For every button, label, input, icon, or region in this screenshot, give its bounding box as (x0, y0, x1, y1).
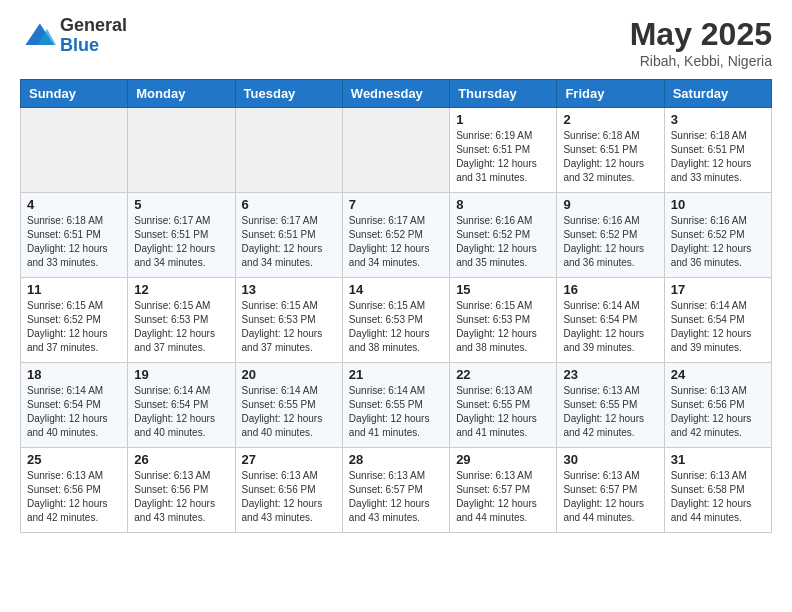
day-number: 6 (242, 197, 336, 212)
day-number: 20 (242, 367, 336, 382)
day-number: 12 (134, 282, 228, 297)
day-info: Sunrise: 6:14 AM Sunset: 6:54 PM Dayligh… (134, 384, 228, 440)
day-number: 3 (671, 112, 765, 127)
month-title: May 2025 (630, 16, 772, 53)
day-number: 15 (456, 282, 550, 297)
page: General Blue May 2025 Ribah, Kebbi, Nige… (0, 0, 792, 549)
day-number: 24 (671, 367, 765, 382)
logo: General Blue (20, 16, 127, 56)
calendar-table: SundayMondayTuesdayWednesdayThursdayFrid… (20, 79, 772, 533)
logo-icon (20, 18, 56, 54)
calendar-header-row: SundayMondayTuesdayWednesdayThursdayFrid… (21, 80, 772, 108)
day-info: Sunrise: 6:14 AM Sunset: 6:54 PM Dayligh… (671, 299, 765, 355)
calendar-day-cell: 14Sunrise: 6:15 AM Sunset: 6:53 PM Dayli… (342, 278, 449, 363)
calendar-day-cell: 24Sunrise: 6:13 AM Sunset: 6:56 PM Dayli… (664, 363, 771, 448)
calendar-day-cell (235, 108, 342, 193)
day-number: 17 (671, 282, 765, 297)
day-number: 31 (671, 452, 765, 467)
day-number: 19 (134, 367, 228, 382)
calendar-day-cell (128, 108, 235, 193)
calendar-day-cell: 5Sunrise: 6:17 AM Sunset: 6:51 PM Daylig… (128, 193, 235, 278)
calendar-day-cell: 10Sunrise: 6:16 AM Sunset: 6:52 PM Dayli… (664, 193, 771, 278)
day-number: 30 (563, 452, 657, 467)
calendar-day-cell: 6Sunrise: 6:17 AM Sunset: 6:51 PM Daylig… (235, 193, 342, 278)
calendar-day-cell: 12Sunrise: 6:15 AM Sunset: 6:53 PM Dayli… (128, 278, 235, 363)
calendar-day-cell: 19Sunrise: 6:14 AM Sunset: 6:54 PM Dayli… (128, 363, 235, 448)
day-info: Sunrise: 6:17 AM Sunset: 6:52 PM Dayligh… (349, 214, 443, 270)
day-info: Sunrise: 6:18 AM Sunset: 6:51 PM Dayligh… (671, 129, 765, 185)
calendar-day-cell: 4Sunrise: 6:18 AM Sunset: 6:51 PM Daylig… (21, 193, 128, 278)
day-number: 10 (671, 197, 765, 212)
day-number: 23 (563, 367, 657, 382)
day-info: Sunrise: 6:13 AM Sunset: 6:57 PM Dayligh… (349, 469, 443, 525)
header: General Blue May 2025 Ribah, Kebbi, Nige… (20, 16, 772, 69)
calendar-day-cell: 2Sunrise: 6:18 AM Sunset: 6:51 PM Daylig… (557, 108, 664, 193)
day-info: Sunrise: 6:15 AM Sunset: 6:52 PM Dayligh… (27, 299, 121, 355)
calendar-day-cell: 30Sunrise: 6:13 AM Sunset: 6:57 PM Dayli… (557, 448, 664, 533)
day-number: 28 (349, 452, 443, 467)
day-info: Sunrise: 6:18 AM Sunset: 6:51 PM Dayligh… (563, 129, 657, 185)
day-number: 14 (349, 282, 443, 297)
calendar-day-cell: 20Sunrise: 6:14 AM Sunset: 6:55 PM Dayli… (235, 363, 342, 448)
day-info: Sunrise: 6:13 AM Sunset: 6:57 PM Dayligh… (456, 469, 550, 525)
calendar-body: 1Sunrise: 6:19 AM Sunset: 6:51 PM Daylig… (21, 108, 772, 533)
calendar-day-cell: 16Sunrise: 6:14 AM Sunset: 6:54 PM Dayli… (557, 278, 664, 363)
calendar-day-cell: 26Sunrise: 6:13 AM Sunset: 6:56 PM Dayli… (128, 448, 235, 533)
day-info: Sunrise: 6:17 AM Sunset: 6:51 PM Dayligh… (134, 214, 228, 270)
day-number: 9 (563, 197, 657, 212)
calendar-day-cell: 31Sunrise: 6:13 AM Sunset: 6:58 PM Dayli… (664, 448, 771, 533)
day-info: Sunrise: 6:14 AM Sunset: 6:55 PM Dayligh… (349, 384, 443, 440)
calendar-day-cell: 3Sunrise: 6:18 AM Sunset: 6:51 PM Daylig… (664, 108, 771, 193)
day-info: Sunrise: 6:13 AM Sunset: 6:57 PM Dayligh… (563, 469, 657, 525)
day-info: Sunrise: 6:13 AM Sunset: 6:56 PM Dayligh… (27, 469, 121, 525)
calendar-day-cell (342, 108, 449, 193)
day-number: 18 (27, 367, 121, 382)
calendar-day-cell: 27Sunrise: 6:13 AM Sunset: 6:56 PM Dayli… (235, 448, 342, 533)
calendar-week-row: 18Sunrise: 6:14 AM Sunset: 6:54 PM Dayli… (21, 363, 772, 448)
day-info: Sunrise: 6:13 AM Sunset: 6:55 PM Dayligh… (456, 384, 550, 440)
day-info: Sunrise: 6:13 AM Sunset: 6:55 PM Dayligh… (563, 384, 657, 440)
calendar-day-cell: 23Sunrise: 6:13 AM Sunset: 6:55 PM Dayli… (557, 363, 664, 448)
calendar-day-cell: 17Sunrise: 6:14 AM Sunset: 6:54 PM Dayli… (664, 278, 771, 363)
logo-blue-text: Blue (60, 36, 127, 56)
calendar-day-cell: 22Sunrise: 6:13 AM Sunset: 6:55 PM Dayli… (450, 363, 557, 448)
day-number: 16 (563, 282, 657, 297)
calendar-day-cell: 25Sunrise: 6:13 AM Sunset: 6:56 PM Dayli… (21, 448, 128, 533)
day-number: 29 (456, 452, 550, 467)
day-info: Sunrise: 6:15 AM Sunset: 6:53 PM Dayligh… (456, 299, 550, 355)
calendar-day-cell: 1Sunrise: 6:19 AM Sunset: 6:51 PM Daylig… (450, 108, 557, 193)
location: Ribah, Kebbi, Nigeria (630, 53, 772, 69)
day-info: Sunrise: 6:15 AM Sunset: 6:53 PM Dayligh… (242, 299, 336, 355)
calendar-day-cell: 21Sunrise: 6:14 AM Sunset: 6:55 PM Dayli… (342, 363, 449, 448)
calendar-header-cell: Thursday (450, 80, 557, 108)
day-info: Sunrise: 6:13 AM Sunset: 6:56 PM Dayligh… (134, 469, 228, 525)
day-number: 5 (134, 197, 228, 212)
calendar-day-cell: 18Sunrise: 6:14 AM Sunset: 6:54 PM Dayli… (21, 363, 128, 448)
day-info: Sunrise: 6:14 AM Sunset: 6:54 PM Dayligh… (27, 384, 121, 440)
calendar-week-row: 4Sunrise: 6:18 AM Sunset: 6:51 PM Daylig… (21, 193, 772, 278)
day-info: Sunrise: 6:19 AM Sunset: 6:51 PM Dayligh… (456, 129, 550, 185)
day-number: 22 (456, 367, 550, 382)
calendar-header-cell: Saturday (664, 80, 771, 108)
calendar-day-cell: 28Sunrise: 6:13 AM Sunset: 6:57 PM Dayli… (342, 448, 449, 533)
day-info: Sunrise: 6:13 AM Sunset: 6:56 PM Dayligh… (671, 384, 765, 440)
calendar-week-row: 11Sunrise: 6:15 AM Sunset: 6:52 PM Dayli… (21, 278, 772, 363)
day-number: 21 (349, 367, 443, 382)
day-number: 4 (27, 197, 121, 212)
day-number: 13 (242, 282, 336, 297)
logo-text: General Blue (60, 16, 127, 56)
day-number: 25 (27, 452, 121, 467)
calendar-header-cell: Tuesday (235, 80, 342, 108)
logo-general-text: General (60, 16, 127, 36)
day-number: 7 (349, 197, 443, 212)
calendar-day-cell: 11Sunrise: 6:15 AM Sunset: 6:52 PM Dayli… (21, 278, 128, 363)
day-info: Sunrise: 6:16 AM Sunset: 6:52 PM Dayligh… (456, 214, 550, 270)
day-info: Sunrise: 6:15 AM Sunset: 6:53 PM Dayligh… (134, 299, 228, 355)
day-info: Sunrise: 6:15 AM Sunset: 6:53 PM Dayligh… (349, 299, 443, 355)
day-info: Sunrise: 6:14 AM Sunset: 6:55 PM Dayligh… (242, 384, 336, 440)
calendar-week-row: 25Sunrise: 6:13 AM Sunset: 6:56 PM Dayli… (21, 448, 772, 533)
day-number: 26 (134, 452, 228, 467)
day-number: 1 (456, 112, 550, 127)
day-number: 8 (456, 197, 550, 212)
day-number: 27 (242, 452, 336, 467)
